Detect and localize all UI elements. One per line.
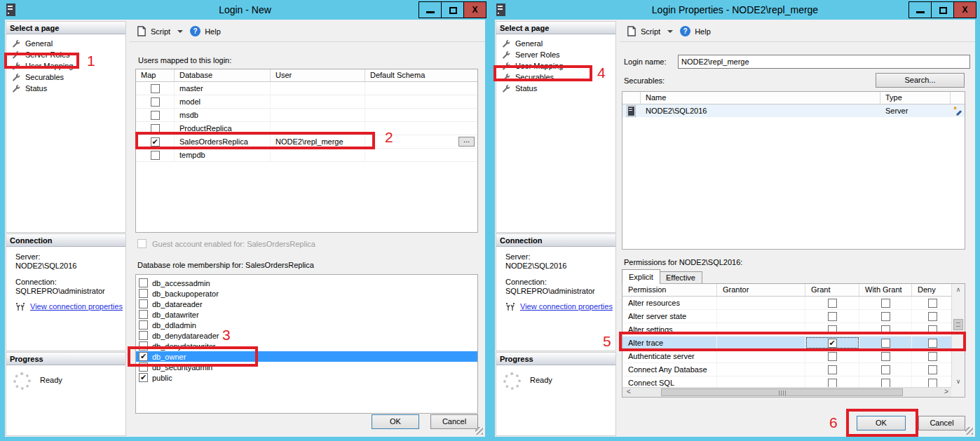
checkbox[interactable]: [139, 341, 148, 351]
role-item-db_datawriter[interactable]: db_datawriter: [136, 309, 477, 320]
tab-explicit[interactable]: Explicit: [622, 269, 660, 284]
table-row[interactable]: model: [136, 95, 477, 109]
checkbox[interactable]: [151, 124, 160, 133]
checkbox[interactable]: [881, 339, 890, 348]
role-item-db_backupoperator[interactable]: db_backupoperator: [136, 288, 477, 299]
permission-row[interactable]: Alter trace✔: [622, 337, 953, 350]
titlebar[interactable]: Login - New X: [0, 0, 490, 20]
login-name-field[interactable]: NODE2\repl_merge: [678, 55, 970, 69]
permission-row[interactable]: Alter server state: [622, 310, 953, 323]
table-row[interactable]: master: [136, 82, 477, 95]
checkbox[interactable]: [139, 299, 148, 308]
browse-button[interactable]: ...: [458, 137, 475, 147]
sidebar-item-server-roles[interactable]: Server Roles: [496, 49, 615, 60]
checkbox[interactable]: [139, 278, 148, 287]
checkbox[interactable]: [151, 84, 160, 93]
sidebar-item-status[interactable]: Status: [6, 83, 125, 94]
sidebar-item-general[interactable]: General: [496, 38, 615, 49]
checkbox[interactable]: [881, 312, 890, 321]
checkbox[interactable]: [828, 379, 837, 388]
role-item-db_denydatawriter[interactable]: db_denydatawriter: [136, 341, 477, 351]
scroll-down-icon[interactable]: ∨: [952, 376, 965, 388]
checkbox[interactable]: [928, 299, 937, 308]
horizontal-scrollbar[interactable]: < >: [622, 387, 953, 397]
table-row[interactable]: ✔SalesOrdersReplicaNODE2\repl_merge...: [136, 135, 477, 149]
minimize-button[interactable]: [908, 1, 932, 18]
checkbox[interactable]: [139, 331, 148, 340]
scroll-left-icon[interactable]: <: [623, 388, 634, 397]
permission-row[interactable]: Alter resources: [622, 297, 953, 310]
view-connection-properties-link[interactable]: View connection properties: [30, 302, 123, 311]
sidebar-item-status[interactable]: Status: [496, 83, 615, 94]
chevron-down-icon[interactable]: [667, 30, 673, 33]
role-item-db_denydatareader[interactable]: db_denydatareader: [136, 330, 477, 341]
table-row[interactable]: tempdb: [136, 149, 477, 162]
sidebar-item-general[interactable]: General: [6, 38, 125, 49]
sidebar-item-securables[interactable]: Securables: [6, 72, 125, 83]
scrollbar-thumb[interactable]: [661, 388, 903, 396]
role-item-db_ddladmin[interactable]: db_ddladmin: [136, 320, 477, 330]
minimize-button[interactable]: [418, 1, 442, 18]
checkbox[interactable]: [928, 339, 937, 348]
checkbox[interactable]: [881, 365, 890, 374]
sidebar-item-user-mapping[interactable]: User Mapping: [496, 60, 615, 72]
checkbox[interactable]: [928, 312, 937, 321]
view-connection-properties-link[interactable]: View connection properties: [520, 302, 613, 311]
resize-grip[interactable]: [965, 427, 973, 435]
table-row[interactable]: msdb: [136, 109, 477, 122]
scrollbar-thumb[interactable]: [953, 319, 963, 330]
help-button[interactable]: Help: [205, 27, 221, 36]
chevron-down-icon[interactable]: [177, 30, 183, 33]
role-item-db_accessadmin[interactable]: db_accessadmin: [136, 278, 477, 288]
titlebar[interactable]: Login Properties - NODE2\repl_merge X: [490, 0, 980, 20]
role-item-db_datareader[interactable]: db_datareader: [136, 299, 477, 309]
close-button[interactable]: X: [953, 1, 976, 18]
checkbox[interactable]: [828, 352, 837, 361]
checkbox[interactable]: ✔: [828, 339, 837, 348]
edit-permissions-icon[interactable]: [953, 106, 962, 116]
checkbox[interactable]: [139, 310, 148, 319]
cancel-button[interactable]: Cancel: [918, 416, 965, 430]
role-item-public[interactable]: ✔public: [136, 372, 477, 383]
script-button[interactable]: Script: [151, 27, 170, 36]
scroll-up-icon[interactable]: ∧: [952, 285, 965, 296]
checkbox[interactable]: [828, 325, 837, 334]
help-button[interactable]: Help: [695, 27, 711, 36]
permission-row[interactable]: Authenticate server: [622, 350, 953, 363]
table-row[interactable]: ProductReplica: [136, 122, 477, 135]
checkbox[interactable]: [881, 379, 890, 388]
script-button[interactable]: Script: [641, 27, 660, 36]
sidebar-item-server-roles[interactable]: Server Roles: [6, 49, 125, 60]
checkbox[interactable]: [828, 365, 837, 374]
securable-row[interactable]: NODE2\SQL2016 Server: [622, 104, 965, 117]
checkbox[interactable]: ✔: [139, 373, 148, 382]
scroll-right-icon[interactable]: >: [941, 388, 952, 397]
ok-button[interactable]: OK: [372, 414, 419, 429]
checkbox[interactable]: [928, 352, 937, 361]
permission-row[interactable]: Alter settings: [622, 323, 953, 337]
close-button[interactable]: X: [463, 1, 486, 18]
checkbox[interactable]: [928, 379, 937, 388]
checkbox[interactable]: [151, 151, 160, 160]
checkbox[interactable]: [139, 289, 148, 298]
role-item-db_owner[interactable]: ✔db_owner: [136, 351, 477, 362]
role-item-db_securityadmin[interactable]: db_securityadmin: [136, 362, 477, 372]
permission-row[interactable]: Connect Any Database: [622, 363, 953, 376]
checkbox[interactable]: [881, 352, 890, 361]
checkbox[interactable]: [828, 299, 837, 308]
checkbox[interactable]: [139, 320, 148, 330]
maximize-button[interactable]: [441, 1, 464, 18]
ok-button[interactable]: OK: [857, 416, 906, 430]
checkbox[interactable]: [151, 111, 160, 120]
checkbox[interactable]: ✔: [151, 137, 160, 147]
vertical-scrollbar[interactable]: ∧ ∨: [951, 284, 965, 388]
checkbox[interactable]: [151, 97, 160, 107]
checkbox[interactable]: [928, 365, 937, 374]
checkbox[interactable]: [928, 325, 937, 334]
guest-account-checkbox[interactable]: [137, 239, 147, 248]
search-button[interactable]: Search...: [876, 73, 965, 88]
sidebar-item-securables[interactable]: Securables: [496, 72, 615, 83]
checkbox[interactable]: ✔: [139, 352, 148, 361]
sidebar-item-user-mapping[interactable]: User Mapping: [6, 60, 125, 72]
checkbox[interactable]: [828, 312, 837, 321]
